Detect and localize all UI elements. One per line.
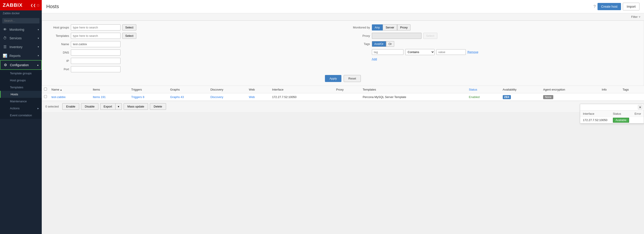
filter-actions: Apply Reset [46,75,639,82]
sidebar-item-hosts[interactable]: Hosts [0,91,42,98]
chevron-right-icon: ▸ [38,107,39,110]
create-host-button[interactable]: Create host [598,3,621,10]
filter-tags-field: Tags And/Or Or [348,41,640,47]
tag-contains-select[interactable]: Contains Equals Does not contain Does no… [405,49,434,55]
tag-andor-button[interactable]: And/Or [372,41,386,47]
sidebar-item-event-correlation[interactable]: Event correlation [0,112,42,119]
sidebar-item-services[interactable]: ⏱ Services ▾ [0,34,42,43]
row-name: test-zabbix [49,93,90,101]
select-all-checkbox[interactable] [44,88,47,91]
discovery-link[interactable]: Discovery [210,95,223,99]
export-button[interactable]: Export [100,103,115,110]
filter-tag-row: Contains Equals Does not contain Does no… [372,49,640,55]
host-groups-input[interactable] [71,24,120,31]
tooltip-row: 172.27.7.52:10050 Available [580,117,644,123]
expand-icon[interactable]: □ [37,4,39,7]
apply-button[interactable]: Apply [325,75,342,82]
sidebar-item-actions[interactable]: Actions ▸ [0,105,42,112]
monitored-by-proxy-button[interactable]: Proxy [397,24,410,31]
tooltip-close-button[interactable]: ✕ [638,105,642,110]
tag-value-input[interactable] [436,49,466,55]
mass-update-button[interactable]: Mass update [124,103,148,110]
templates-select-button[interactable]: Select [122,33,136,39]
proxy-input[interactable] [372,33,422,39]
filter-label: Filter [631,15,638,19]
tag-or-button[interactable]: Or [386,41,394,47]
sidebar-item-templates[interactable]: Templates [0,84,42,91]
col-triggers: Triggers [129,86,168,93]
col-status[interactable]: Status [467,86,500,93]
row-discovery: Discovery [208,93,246,101]
logo-text: ZABBIX [3,2,22,8]
tags-label: Tags [348,42,370,46]
collapse-icon[interactable]: ❮❮ [30,4,36,7]
filter-port-field: Port [46,66,338,72]
configuration-icon: ⚙ [3,63,8,67]
filter-toggle-button[interactable]: Filter ▿ [631,15,640,19]
services-icon: ⏱ [3,36,7,40]
sidebar-item-host-groups[interactable]: Host groups [0,77,42,84]
host-name-link[interactable]: test-zabbix [52,95,66,99]
tag-input[interactable] [372,49,404,55]
ip-input[interactable] [71,58,120,64]
filter-left: Host groups Select Templates Select Name [46,24,338,72]
filter-dns-field: DNS [46,50,338,56]
port-input[interactable] [71,66,120,72]
filter-form: Host groups Select Templates Select Name [42,21,644,86]
host-groups-select-button[interactable]: Select [122,24,136,31]
status-badge: Enabled [469,95,480,99]
filter-toggle: Filter ▿ [42,13,644,21]
sidebar-item-monitoring[interactable]: 👁 Monitoring ▾ [0,25,42,34]
tooltip-error [632,117,644,123]
sidebar-item-configuration[interactable]: ⚙ Configuration ▴ [0,60,42,70]
name-input[interactable] [71,41,120,47]
import-button[interactable]: Import [623,3,640,11]
row-items: Items 191 [90,93,129,101]
content-area: Filter ▿ Host groups Select Templates [42,13,644,234]
export-wrap: Export ▼ [100,103,122,110]
col-graphs: Graphs [168,86,208,93]
disable-button[interactable]: Disable [81,103,98,110]
col-tags: Tags [620,86,644,93]
add-tag-button[interactable]: Add [372,57,377,61]
help-icon[interactable]: ? [594,4,596,9]
sidebar-item-reports[interactable]: 📊 Reports ▾ [0,51,42,60]
tooltip-header-row: Interface Status Error [580,111,644,117]
graphs-link[interactable]: Graphs 43 [170,95,184,99]
web-link[interactable]: Web [249,95,255,99]
selected-count: 0 selected [45,105,59,108]
monitored-by-server-button[interactable]: Server [383,24,397,31]
dns-input[interactable] [71,50,120,56]
proxy-label: Proxy [348,34,370,38]
row-graphs: Graphs 43 [168,93,208,101]
tag-remove-button[interactable]: Remove [468,50,478,54]
hosts-table-container: Name Items Triggers Graphs Discovery Web… [42,86,644,101]
topbar-actions: ? Create host Import [594,3,640,11]
dns-label: DNS [46,51,69,54]
col-name[interactable]: Name [49,86,90,93]
sidebar-item-maintenance[interactable]: Maintenance [0,98,42,105]
enable-button[interactable]: Enable [62,103,79,110]
sidebar-item-inventory[interactable]: ☰ Inventory ▾ [0,43,42,51]
sidebar-search-wrap [0,16,42,25]
export-dropdown-button[interactable]: ▼ [115,103,122,110]
sidebar-search-input[interactable] [2,18,40,24]
proxy-select-button[interactable]: Select [423,33,437,39]
reset-button[interactable]: Reset [344,75,361,82]
table-body: test-zabbix Items 191 Triggers 8 Graphs … [42,93,644,101]
sidebar-item-template-groups[interactable]: Template groups [0,70,42,77]
row-checkbox-cell [42,93,49,101]
triggers-link[interactable]: Triggers 8 [131,95,144,99]
row-info [600,93,620,101]
delete-button[interactable]: Delete [150,103,166,110]
templates-input[interactable] [71,33,120,39]
monitored-by-any-button[interactable]: Any [372,24,383,31]
tooltip-col-error: Error [632,111,644,117]
items-link[interactable]: Items 191 [93,95,106,99]
row-web: Web [247,93,270,101]
row-checkbox[interactable] [44,95,47,98]
row-availability: ZBX [500,93,541,101]
col-web: Web [247,86,270,93]
tooltip-table-header: Interface Status Error [580,111,644,117]
select-all-cell [42,86,49,93]
